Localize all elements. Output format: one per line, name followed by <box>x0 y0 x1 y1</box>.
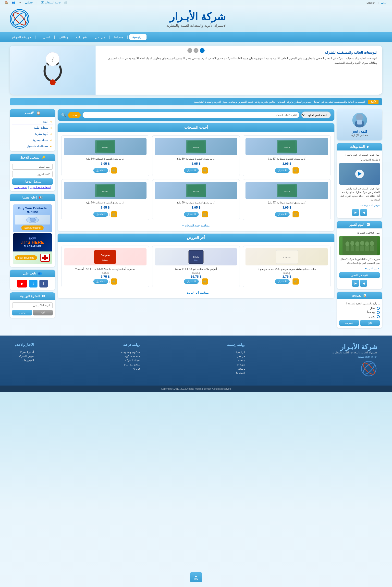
svg-text:Colgate: Colgate <box>102 259 108 261</box>
its-here-text: IT'S HERE. <box>16 240 50 245</box>
cart-btn-4[interactable]: 🛒 <box>292 211 299 217</box>
offer-cart-btn-2[interactable]: 🛒 <box>202 278 208 285</box>
login-button[interactable]: تسجيل الدخول <box>12 178 53 185</box>
unsubscribe-btn[interactable]: إلغاء <box>33 310 53 315</box>
cart-icon[interactable]: 🛒 <box>64 1 68 4</box>
nav-jobs[interactable]: وظائف <box>56 34 70 40</box>
footer-bottom: Copyright ©2011-2012 Alabrar medical cen… <box>0 385 392 392</box>
search-input[interactable] <box>82 112 300 118</box>
next-arrow[interactable]: ▶ <box>352 209 359 216</box>
footer-link-about[interactable]: من نحن <box>227 355 245 358</box>
offer-details-btn-2[interactable]: التفاصيل <box>184 279 199 284</box>
results-btn[interactable]: نتائج <box>360 320 380 326</box>
main-layout: كلمة رئيس مجلس الإدارة ▶ الفيديوهات جهاز… <box>0 107 392 331</box>
nav-sitemap[interactable]: خريطة الموقع <box>10 34 34 40</box>
cart-btn-6[interactable]: 🛒 <box>111 211 117 217</box>
view-all-photos[interactable]: تقرير الصور + <box>365 267 380 270</box>
dot-2[interactable]: 2 <box>194 48 198 53</box>
radio-2[interactable] <box>377 311 380 314</box>
view-all-videos[interactable]: عرض الفيديوهات + <box>360 204 380 207</box>
nav-home[interactable]: الرئيسية <box>129 34 146 40</box>
footer-media-1[interactable]: أخبار الشركة <box>15 350 34 354</box>
play-button[interactable] <box>355 170 364 178</box>
radio-1[interactable] <box>377 307 380 310</box>
footer-link-certificates[interactable]: شهادات <box>227 363 245 366</box>
cat-item-3[interactable]: ◄ أدوية بطرية <box>12 131 53 137</box>
footer-sublink-2[interactable]: منطقة شكرية <box>121 355 140 358</box>
offer-price-new-3: $ 3.75 <box>64 275 146 278</box>
footer-link-home[interactable]: الرئيسية <box>227 350 245 354</box>
cat-item-5[interactable]: ◄ مصطلحات تحميل <box>12 143 53 149</box>
nav-contact[interactable]: اتصل بنا <box>37 34 53 40</box>
details-btn-1[interactable]: التفاصيل <box>275 168 290 173</box>
nav-certificates[interactable]: شهادات <box>74 34 89 40</box>
facebook-button[interactable]: f <box>40 280 48 287</box>
radio-3[interactable] <box>377 315 380 318</box>
email-input[interactable] <box>12 302 53 308</box>
cat-item-2[interactable]: ◄ معدات طبية <box>12 125 53 131</box>
search-button[interactable]: بحث <box>68 112 80 118</box>
cart-btn-5[interactable]: 🛒 <box>202 211 208 217</box>
register-link[interactable]: تسجيل جديد <box>14 186 27 189</box>
forgot-password-link[interactable]: استعادة كلمة المرور <box>30 186 51 189</box>
people-icon[interactable]: 👥 <box>12 1 16 4</box>
footer-sublink-1[interactable]: شكاوي وشقوبات <box>121 350 140 354</box>
first-aid-shop-btn[interactable]: Start Shopping <box>15 255 37 260</box>
offer-details-btn-1[interactable]: التفاصيل <box>275 279 290 284</box>
cart-btn-3[interactable]: 🛒 <box>111 167 117 174</box>
footer-link-products[interactable]: منتجاتنا <box>227 359 245 362</box>
account-label[interactable]: حسابي <box>25 1 33 4</box>
footer-link-contact[interactable]: اتصل بنا <box>227 371 245 374</box>
shop-contacts-btn[interactable]: Start Shopping <box>21 226 43 230</box>
view-all-offers-link[interactable]: مشاهدة أخر العروض + <box>183 291 209 294</box>
view-all-products-link[interactable]: مشاهدة جميع المنتجات + <box>182 224 210 227</box>
cart-label[interactable]: قائمة المنتجات (1) <box>41 1 61 4</box>
footer-sublink-3[interactable]: عملاء الشركة <box>121 359 140 362</box>
youtube-button[interactable]: ▶ <box>17 280 27 287</box>
footer-media-2[interactable]: عرض الشركة <box>15 355 34 358</box>
offer-cart-btn-1[interactable]: 🛒 <box>292 278 299 285</box>
details-btn-4[interactable]: التفاصيل <box>275 212 290 217</box>
offer-price-new-1: $ 3.75 <box>246 275 328 278</box>
details-btn-6[interactable]: التفاصيل <box>93 212 108 217</box>
dot-1[interactable]: 1 <box>200 48 204 53</box>
offer-details-btn-3[interactable]: التفاصيل <box>93 279 108 284</box>
footer-link-jobs[interactable]: وظائف <box>227 367 245 370</box>
cart-btn-1[interactable]: 🛒 <box>292 167 299 174</box>
prev-arrow[interactable]: ◀ <box>360 209 367 216</box>
cat-item-4[interactable]: ◄ معدات بطرية <box>12 137 53 143</box>
subscribe-btn[interactable]: إرسال <box>12 310 32 315</box>
details-btn-5[interactable]: التفاصيل <box>184 212 199 217</box>
details-btn-2[interactable]: التفاصيل <box>184 168 199 173</box>
nav-products[interactable]: منتجاتنا <box>112 34 126 40</box>
footer-sublink-4[interactable]: موقع ذلك متاح <box>121 363 140 366</box>
cart-btn-2[interactable]: 🛒 <box>202 167 208 174</box>
footer-media-3[interactable]: الفيديوهات <box>15 359 34 362</box>
footer-main-links: روابط رئيسية الرئيسية من نحن منتجاتنا شه… <box>227 343 245 378</box>
twitter-button[interactable]: t <box>29 280 38 287</box>
product-img-inner-2: cream <box>186 140 206 153</box>
photo-next-arrow[interactable]: ▶ <box>352 280 359 287</box>
dot-3[interactable]: 3 <box>188 48 192 53</box>
rate-photos-btn[interactable]: تقييم من الصور <box>339 272 380 278</box>
username-input[interactable] <box>12 164 53 170</box>
password-input[interactable] <box>12 171 53 177</box>
nav-about[interactable]: من نحن <box>92 34 108 40</box>
cat-item-1[interactable]: ◄ أدوية <box>12 119 53 125</box>
vote-btn[interactable]: تصويت <box>339 320 359 326</box>
buy-title: Buy Your Contacts Online! <box>15 206 50 214</box>
search-type-select[interactable]: ابحث باسم المنتج <box>301 112 331 118</box>
footer-sublink-5[interactable]: فروع+ <box>121 367 140 370</box>
lang-english[interactable]: English <box>366 1 375 4</box>
cat-label-4: معدات بطرية <box>32 138 48 142</box>
lang-arabic[interactable]: عربي <box>381 1 387 4</box>
photo-thumbnail[interactable] <box>339 236 380 255</box>
details-btn-3[interactable]: التفاصيل <box>93 168 108 173</box>
vote-label-1: ممتاز <box>370 307 376 310</box>
photo-prev-arrow[interactable]: ◀ <box>360 280 367 287</box>
video-thumbnail[interactable] <box>339 163 380 185</box>
product-card-4: cream كريم مغذي لتنضيرة شيطانية (50 مل) … <box>243 179 331 220</box>
offer-cart-btn-3[interactable]: 🛒 <box>111 278 117 285</box>
mail-icon[interactable]: ✉ <box>19 1 21 4</box>
home-icon[interactable]: 🏠 <box>5 1 8 4</box>
